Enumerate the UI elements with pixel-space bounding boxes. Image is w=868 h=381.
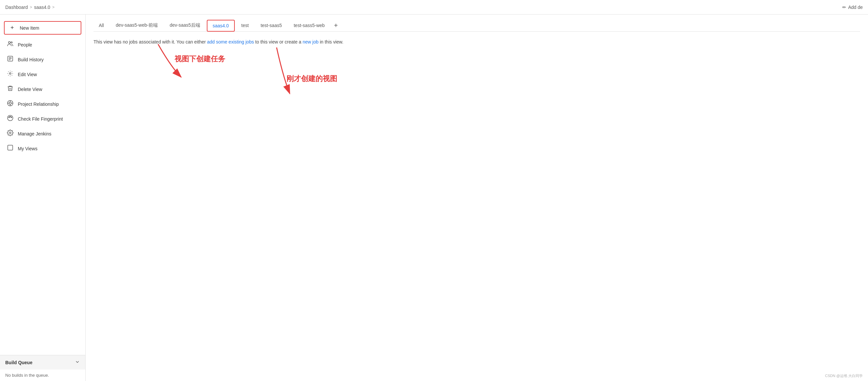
sidebar: + New Item People <box>0 14 86 381</box>
project-relationship-icon <box>7 100 14 108</box>
tab-test[interactable]: test <box>236 20 254 31</box>
empty-message-before: This view has no jobs associated with it… <box>94 39 207 45</box>
sidebar-item-build-history[interactable]: Build History <box>0 52 85 67</box>
tab-test-saas5[interactable]: test-saas5 <box>255 20 287 31</box>
tab-dev-saas5-backend[interactable]: dev-saas5后端 <box>164 20 206 32</box>
my-views-icon <box>7 144 14 153</box>
delete-view-icon <box>7 85 14 93</box>
tab-test-sass5-web[interactable]: test-sass5-web <box>288 20 330 31</box>
breadcrumb-project[interactable]: saas4.0 <box>34 5 51 10</box>
sidebar-item-project-relationship[interactable]: Project Relationship <box>0 96 85 111</box>
sidebar-item-edit-view[interactable]: Edit View <box>0 67 85 82</box>
tab-all[interactable]: All <box>94 20 109 31</box>
people-icon <box>7 40 14 49</box>
annotation-text2: 刚才创建的视图 <box>286 74 337 84</box>
empty-message-after: in this view. <box>318 39 343 45</box>
plus-icon: + <box>8 24 16 31</box>
tab-saas4-0[interactable]: saas4.0 <box>207 20 235 32</box>
sidebar-item-manage-jenkins-label: Manage Jenkins <box>18 131 51 137</box>
breadcrumb-dashboard[interactable]: Dashboard <box>5 5 28 10</box>
svg-point-0 <box>8 41 10 43</box>
add-existing-jobs-link[interactable]: add some existing jobs <box>207 39 254 45</box>
svg-point-15 <box>9 132 11 134</box>
sidebar-item-my-views[interactable]: My Views <box>0 141 85 156</box>
svg-point-10 <box>9 102 11 105</box>
sidebar-item-build-history-label: Build History <box>18 57 44 62</box>
empty-message-middle: to this view or create a <box>254 39 303 45</box>
annotation-arrow2: 刚才创建的视图 <box>270 44 310 98</box>
sidebar-item-people-label: People <box>18 42 32 48</box>
main-layout: + New Item People <box>0 14 868 381</box>
build-history-icon <box>7 55 14 64</box>
breadcrumb-sep2: > <box>52 5 55 9</box>
new-item-button[interactable]: + New Item <box>4 21 81 35</box>
build-queue-title: Build Queue <box>5 360 32 365</box>
sidebar-item-check-file-fingerprint[interactable]: Check File Fingerprint <box>0 111 85 126</box>
breadcrumb: Dashboard > saas4.0 > <box>5 5 55 10</box>
new-item-label: New Item <box>20 25 39 31</box>
sidebar-item-project-relationship-label: Project Relationship <box>18 101 59 107</box>
watermark: CSDN @运维.大白同学 <box>825 374 863 378</box>
tab-dev-saas5-web-frontend[interactable]: dev-saas5-web-前端 <box>111 20 163 32</box>
tab-add-button[interactable]: + <box>331 21 340 31</box>
manage-jenkins-icon <box>7 129 14 138</box>
new-job-link[interactable]: new job <box>303 39 318 45</box>
add-description-button[interactable]: ✏ Add de <box>842 5 863 10</box>
build-queue-header[interactable]: Build Queue <box>0 355 85 370</box>
sidebar-item-delete-view[interactable]: Delete View <box>0 82 85 96</box>
tabs-bar: All dev-saas5-web-前端 dev-saas5后端 saas4.0… <box>94 20 860 32</box>
sidebar-item-manage-jenkins[interactable]: Manage Jenkins <box>0 126 85 141</box>
svg-point-6 <box>9 73 11 75</box>
edit-view-icon <box>7 70 14 79</box>
sidebar-item-check-file-fingerprint-label: Check File Fingerprint <box>18 116 63 122</box>
sidebar-item-edit-view-label: Edit View <box>18 72 37 77</box>
sidebar-item-people[interactable]: People <box>0 37 85 52</box>
build-queue-body: No builds in the queue. <box>0 370 85 381</box>
fingerprint-icon <box>7 115 14 123</box>
edit-icon: ✏ <box>842 5 846 10</box>
annotation-text1: 视图下创建任务 <box>175 54 225 64</box>
svg-rect-16 <box>8 145 13 150</box>
build-queue-empty-text: No builds in the queue. <box>5 373 49 378</box>
empty-state-message: This view has no jobs associated with it… <box>94 38 860 46</box>
svg-point-1 <box>11 42 12 43</box>
sidebar-item-my-views-label: My Views <box>18 146 37 151</box>
sidebar-item-delete-view-label: Delete View <box>18 87 42 92</box>
annotation-arrow1: 视图下创建任务 <box>152 41 204 81</box>
breadcrumb-sep1: > <box>30 5 32 9</box>
top-nav: Dashboard > saas4.0 > ✏ Add de <box>0 0 868 14</box>
build-queue-chevron-icon <box>75 359 80 365</box>
add-description-label: Add de <box>848 5 863 10</box>
build-queue: Build Queue No builds in the queue. <box>0 355 85 381</box>
sidebar-menu: + New Item People <box>0 14 85 355</box>
main-content: All dev-saas5-web-前端 dev-saas5后端 saas4.0… <box>86 14 868 381</box>
